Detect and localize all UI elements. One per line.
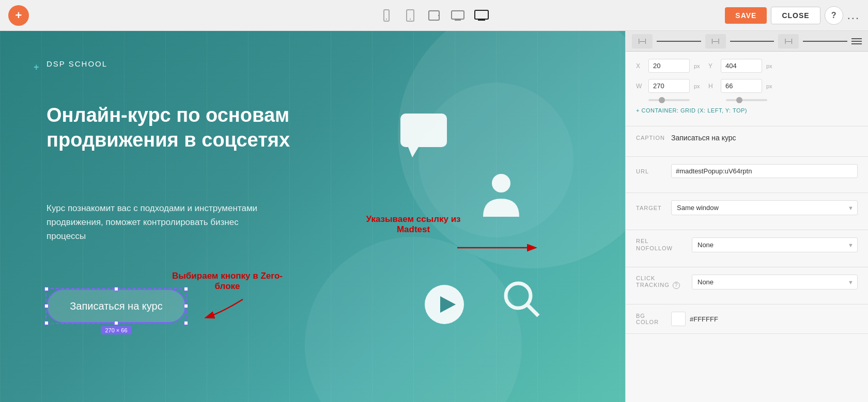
hero-button-wrap: Записаться на курс 270 × 66 — [47, 289, 186, 323]
hero-subtitle: Курс познакомит вас с подходами и инстру… — [47, 201, 279, 244]
h-slider[interactable] — [726, 99, 767, 101]
bg-color-section: BG COLOR #FFFFFF — [626, 304, 868, 334]
canvas-area: + DSP SCHOOL Онлайн-курс по основам прод… — [0, 31, 625, 402]
bg-color-row: BG COLOR #FFFFFF — [636, 312, 858, 326]
hero-button[interactable]: Записаться на курс 270 × 66 — [47, 289, 186, 323]
y-label: Y — [708, 62, 717, 70]
svg-point-18 — [506, 283, 531, 308]
hamburger-menu[interactable] — [851, 38, 862, 44]
caption-row: CAPTION Записаться на курс — [636, 134, 858, 142]
rel-dropdown-wrap: None nofollow ▼ — [692, 237, 858, 252]
target-section: TARGET Same window New window ▼ — [626, 193, 868, 230]
w-input[interactable] — [648, 79, 690, 93]
url-row: URL — [636, 164, 858, 178]
position-section: X px Y px W px H px — [626, 52, 868, 126]
rel-select[interactable]: None nofollow — [692, 237, 858, 252]
y-input[interactable] — [721, 59, 762, 73]
click-tracking-section: CLICKTRACKING ? None Google Analytics ▼ — [626, 267, 868, 304]
h-unit: px — [766, 83, 777, 89]
rel-row: RELNOFOLLOW None nofollow ▼ — [636, 237, 858, 252]
bg-color-swatch[interactable] — [671, 312, 686, 326]
handle-tl — [44, 287, 49, 291]
caption-value: Записаться на курс — [671, 134, 858, 142]
handle-mr — [184, 304, 188, 308]
main-layout: + DSP SCHOOL Онлайн-курс по основам прод… — [0, 31, 868, 402]
x-label: X — [636, 62, 644, 70]
url-section: URL — [626, 157, 868, 193]
topbar-right: SAVE CLOSE ? ... — [725, 6, 860, 25]
w-label: W — [636, 83, 644, 90]
svg-rect-9 — [475, 10, 488, 19]
ruler-line-3 — [803, 41, 847, 42]
rel-section: RELNOFOLLOW None nofollow ▼ — [626, 230, 868, 267]
h-label: H — [708, 83, 717, 90]
url-input[interactable] — [671, 164, 858, 178]
device-desktop-small[interactable] — [451, 8, 465, 23]
svg-rect-6 — [452, 11, 464, 19]
click-tracking-row: CLICKTRACKING ? None Google Analytics ▼ — [636, 275, 858, 290]
target-dropdown-wrap: Same window New window ▼ — [671, 200, 858, 215]
panel-ruler: |—| |—| |—| — [626, 31, 868, 52]
handle-tm — [114, 287, 118, 291]
sliders-row — [636, 99, 858, 101]
svg-rect-13 — [400, 114, 447, 147]
device-desktop[interactable] — [474, 8, 489, 23]
size-label: 270 × 66 — [101, 326, 131, 334]
device-mobile-small[interactable] — [379, 8, 394, 23]
caption-label: CAPTION — [636, 135, 667, 141]
device-tablet[interactable] — [427, 8, 441, 23]
handle-bm — [114, 321, 118, 325]
arrow-button — [202, 297, 253, 328]
svg-rect-4 — [429, 11, 439, 20]
target-row: TARGET Same window New window ▼ — [636, 200, 858, 215]
ruler-line-2 — [730, 41, 774, 42]
icon-youtube — [424, 284, 465, 327]
arrow-url — [455, 237, 537, 258]
target-label: TARGET — [636, 205, 667, 211]
close-button[interactable]: CLOSE — [771, 7, 820, 24]
h-input[interactable] — [721, 79, 762, 93]
icon-chat — [398, 111, 450, 159]
x-input[interactable] — [648, 59, 690, 73]
bg-color-label: BG COLOR — [636, 313, 667, 325]
click-tracking-dropdown-wrap: None Google Analytics ▼ — [692, 275, 858, 290]
y-unit: px — [766, 63, 777, 69]
icon-person — [481, 170, 522, 224]
ruler-tab-3[interactable]: |—| — [778, 34, 799, 49]
handle-bl — [44, 321, 49, 325]
w-unit: px — [694, 83, 704, 89]
ruler-tab-2[interactable]: |—| — [705, 34, 726, 49]
hero-button-label: Записаться на курс — [70, 300, 162, 312]
url-label: URL — [636, 168, 667, 174]
click-tracking-select[interactable]: None Google Analytics — [692, 275, 858, 290]
ruler-tab-1[interactable]: |—| — [632, 34, 653, 49]
icon-search — [501, 279, 542, 322]
hero-title: Онлайн-курс по основам продвижения в соц… — [47, 103, 357, 152]
rel-label: RELNOFOLLOW — [636, 238, 688, 251]
add-button[interactable]: + — [8, 5, 29, 26]
right-panel: |—| |—| |—| X px Y px — [625, 31, 868, 402]
svg-line-19 — [527, 304, 538, 316]
annotation-button-text: Выбираем кнопку в Zero-блоке — [171, 271, 284, 292]
handle-ml — [44, 304, 49, 308]
target-select[interactable]: Same window New window — [671, 200, 858, 215]
x-unit: px — [694, 63, 704, 69]
caption-section: CAPTION Записаться на курс — [626, 126, 868, 157]
xy-row: X px Y px — [636, 59, 858, 73]
question-icon[interactable]: ? — [673, 282, 680, 289]
plus-indicator: + — [34, 62, 39, 73]
device-mobile[interactable] — [403, 8, 417, 23]
save-button[interactable]: SAVE — [725, 7, 767, 24]
device-switcher — [379, 8, 489, 23]
w-slider[interactable] — [648, 99, 690, 101]
hero-block: + DSP SCHOOL Онлайн-курс по основам прод… — [0, 31, 625, 402]
handle-br — [184, 321, 188, 325]
help-button[interactable]: ? — [825, 6, 843, 25]
more-button[interactable]: ... — [847, 9, 860, 22]
ruler-line — [657, 41, 701, 42]
hero-logo: DSP SCHOOL — [47, 59, 107, 68]
svg-point-15 — [492, 174, 510, 192]
wh-row: W px H px — [636, 79, 858, 93]
deco-circle-2 — [305, 237, 522, 402]
container-label: + CONTAINER: GRID (X: LEFT, Y: TOP) — [636, 107, 858, 114]
